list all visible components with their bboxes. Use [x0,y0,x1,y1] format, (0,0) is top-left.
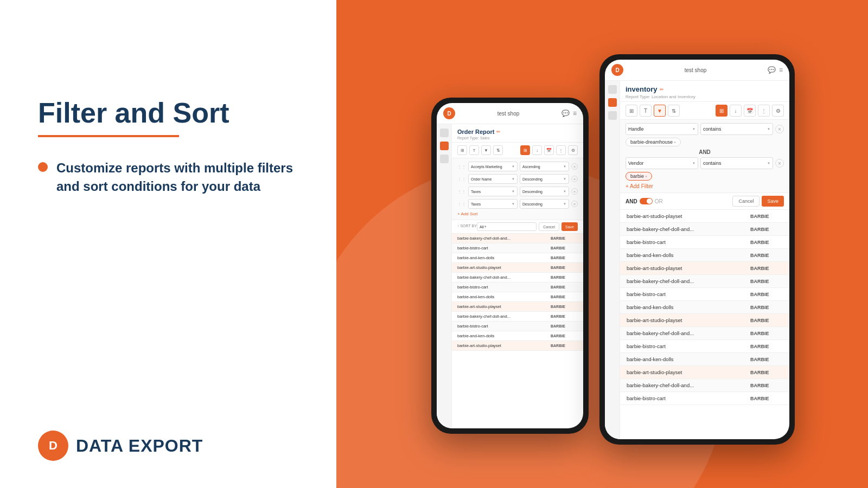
toggle-knob [647,198,652,204]
add-sort-link[interactable]: + Add Sort [457,211,578,216]
sort-dir-1[interactable]: Ascending ▼ [520,162,569,171]
report-header-left: Order Report ✏ Report Type: Sales [452,124,583,143]
edit-icon-right: ✏ [660,87,664,92]
table-row: barbie-art-studio-playset BARBIE [620,314,789,327]
toolbar-filter-btn[interactable]: ▼ [481,145,491,155]
remove-tag-2[interactable]: × [645,175,647,178]
table-row: barbie-bakery-chef-doll-and... BARBIE [620,379,789,392]
cancel-btn-right[interactable]: Cancel [732,196,760,207]
logo-icon: D [38,431,68,461]
table-row: barbie-bistro-cart BARBIE [452,282,583,292]
chat-icon: 💬 [561,110,570,117]
and-or-row: AND OR Cancel Save [620,193,789,210]
report-title-row-right: inventory ✏ [626,85,784,93]
toolbar-left: ⊞ T ▼ ⇅ ⊞ ↓ 📅 ⋮ ⚙ [452,143,583,158]
toolbar-filter-btn-r[interactable]: ▼ [654,105,666,117]
report-header-right: inventory ✏ Report Type: Location and In… [620,81,789,102]
toolbar-text-btn-r[interactable]: T [640,105,652,117]
data-table-left: barbie-bakery-chef-doll-and... BARBIE ba… [452,234,583,428]
topbar-icons-left: 💬 ≡ [561,110,577,117]
filter-tag-2[interactable]: barbie × [626,172,652,181]
toolbar-calendar-btn[interactable]: 📅 [544,145,554,155]
edit-icon-left: ✏ [496,129,501,134]
toolbar-sort-btn-r[interactable]: ⇅ [668,105,680,117]
table-row: barbie-and-ken-dolls BARBIE [452,331,583,341]
delete-sort-4[interactable]: × [571,201,578,207]
bullet-item: Customize reports with multiple filters … [38,159,304,195]
and-text: AND [626,198,637,204]
table-row: barbie-bakery-chef-doll-and... BARBIE [620,223,789,236]
table-row: barbie-and-ken-dolls BARBIE [620,249,789,262]
table-row: barbie-art-studio-playset BARBIE [452,263,583,273]
table-row: barbie-art-studio-playset BARBIE [620,366,789,379]
delete-sort-2[interactable]: × [571,176,578,182]
left-content: Filter and Sort Customize reports with m… [38,98,304,195]
table-row: barbie-and-ken-dolls BARBIE [452,292,583,302]
save-btn-right[interactable]: Save [762,196,784,207]
toolbar-download-btn-r[interactable]: ↓ [730,105,742,117]
sort-field-1[interactable]: Accepts Marketing ▼ [468,162,518,171]
report-subtitle-right: Report Type: Location and Inventory [626,94,784,99]
sort-field-3[interactable]: Taxes ▼ [468,187,518,196]
app-sidebar-right [605,81,620,439]
filter-tag-1[interactable]: barbie-dreamhouse × [626,138,681,146]
page-title: Filter and Sort [38,98,304,129]
app-body-right: inventory ✏ Report Type: Location and In… [605,81,789,439]
bullet-dot-icon [38,162,48,172]
bullet-description: Customize reports with multiple filters … [56,159,304,195]
delete-filter-2[interactable]: × [775,159,784,168]
delete-sort-1[interactable]: × [571,163,578,170]
sidebar-icon-cart [440,142,449,150]
toolbar-text-btn[interactable]: T [469,145,479,155]
sort-handle-4: ⋮⋮ [457,202,466,207]
sort-field-2[interactable]: Order Name ▼ [468,174,518,184]
add-filter-link[interactable]: + Add Filter [626,183,784,189]
filter-field-2[interactable]: Vendor ▼ [626,157,698,169]
app-topbar-left: D test shop 💬 ≡ [437,103,583,124]
and-or-toggle[interactable] [640,198,653,204]
report-name-left: Order Report [457,129,494,135]
toolbar-download-btn[interactable]: ↓ [532,145,542,155]
toolbar-table-btn[interactable]: ⊞ [457,145,467,155]
table-row: barbie-and-ken-dolls BARBIE [452,253,583,263]
menu-icon-right: ≡ [779,66,783,74]
phones-container: D test shop 💬 ≡ [369,11,868,488]
sort-row-3: ⋮⋮ Taxes ▼ Descending ▼ × [457,187,578,196]
app-logo-left: D [443,107,455,119]
sort-handle-1: ⋮⋮ [457,164,466,169]
table-row: barbie-bistro-cart BARBIE [620,392,789,405]
table-row: barbie-and-ken-dolls BARBIE [620,353,789,366]
sort-dir-4[interactable]: Descending ▼ [520,199,569,209]
toolbar-sort-btn[interactable]: ⇅ [493,145,503,155]
save-btn-left[interactable]: Save [561,222,578,231]
app-left: D test shop 💬 ≡ [437,103,583,428]
toolbar-calendar-btn-r[interactable]: 📅 [744,105,756,117]
table-row: barbie-bakery-chef-doll-and... BARBIE [452,234,583,243]
delete-filter-1[interactable]: × [775,125,784,133]
filter-action-btns: Cancel Save [732,196,784,207]
app-sidebar-left [437,124,452,428]
sort-by-select[interactable]: All ▼ [477,222,537,231]
toolbar-more-btn-r[interactable]: ⋮ [758,105,770,117]
delete-sort-3[interactable]: × [571,188,578,195]
filter-field-1[interactable]: Handle ▼ [626,123,698,135]
toolbar-settings-btn-r[interactable]: ⚙ [772,105,784,117]
title-underline [38,135,179,137]
toolbar-orange-btn[interactable]: ⊞ [520,145,530,155]
sort-dir-2[interactable]: Descending ▼ [520,174,569,184]
chat-icon-right: 💬 [768,66,776,74]
toolbar-settings-btn[interactable]: ⚙ [568,145,578,155]
toolbar-orange-btn-r[interactable]: ⊞ [716,105,727,117]
sort-field-4[interactable]: Taxes ▼ [468,199,518,209]
filter-op-2[interactable]: contains ▼ [700,157,773,169]
cancel-btn-left[interactable]: Cancel [539,222,559,231]
remove-tag-1[interactable]: × [674,140,676,144]
filter-row-1: Handle ▼ contains ▼ × [626,123,784,135]
sort-dir-3[interactable]: Descending ▼ [520,187,569,196]
sort-action-btns: Cancel Save [539,222,578,231]
and-divider: AND [626,149,784,155]
filter-op-1[interactable]: contains ▼ [700,123,773,135]
toolbar-table-btn-r[interactable]: ⊞ [626,105,637,117]
toolbar-right: ⊞ T ▼ ⇅ ⊞ ↓ 📅 ⋮ ⚙ [620,102,789,120]
toolbar-more-btn[interactable]: ⋮ [556,145,566,155]
